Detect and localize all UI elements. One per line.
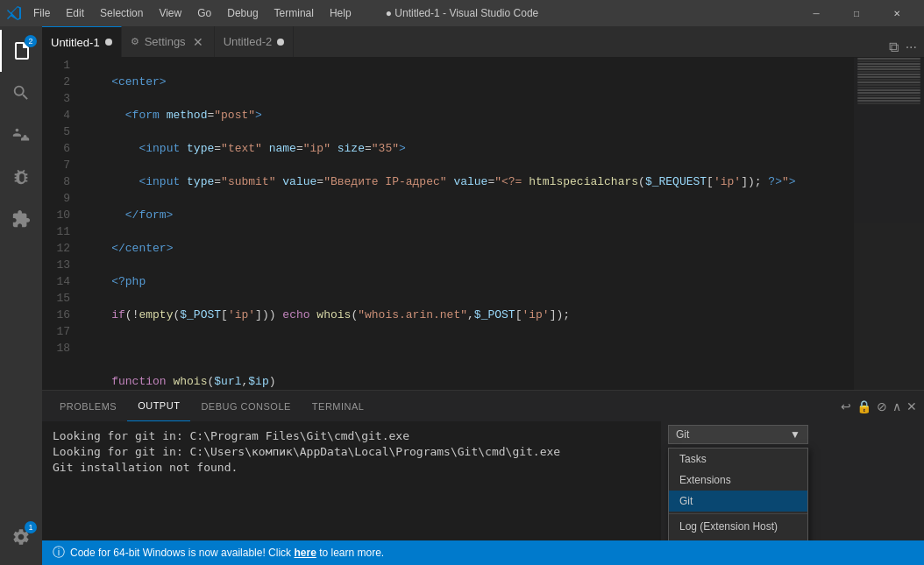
minimap [854,57,924,390]
activity-item-search[interactable] [0,72,42,114]
terminal-dropdown-wrapper: Git ▼ Tasks Extensions Git Log (Extensio… [661,421,924,448]
panel: PROBLEMS OUTPUT DEBUG CONSOLE TERMINAL ↩… [42,390,924,565]
menu-debug[interactable]: Debug [220,4,265,23]
info-icon: ⓘ [53,545,65,561]
output-line-2: Looking for git in: C:\Users\компик\AppD… [53,444,650,460]
panel-clear-icon[interactable]: ⊘ [877,399,887,413]
code-line-1: <center> [84,74,854,90]
code-line-10: function whois($url,$ip) [84,373,854,390]
terminal-selector-area: Git ▼ Tasks Extensions Git Log (Extensio… [661,421,924,540]
window-controls[interactable]: ─ □ ✕ [796,0,917,26]
title-bar-left: File Edit Selection View Go Debug Termin… [7,4,359,23]
dropdown-item-extensions[interactable]: Extensions [669,470,807,491]
menu-go[interactable]: Go [190,4,218,23]
panel-tab-debug[interactable]: DEBUG CONSOLE [190,391,301,421]
tab-bar: Untitled-1 ⚙ Settings ✕ Untitled-2 ⧉ ··· [42,26,924,57]
minimap-content [854,58,924,390]
code-content[interactable]: <center> <form method="post"> <input typ… [77,57,854,390]
code-line-8: if(!empty($_POST['ip'])) echo whois("who… [84,307,854,323]
tab-untitled2[interactable]: Untitled-2 [215,26,295,57]
activity-bottom: 1 [0,516,42,558]
window-title: ● Untitled-1 - Visual Studio Code [386,7,538,19]
dropdown-item-git[interactable]: Git [669,491,807,512]
dropdown-item-tasks[interactable]: Tasks [669,448,807,470]
panel-tabs: PROBLEMS OUTPUT DEBUG CONSOLE TERMINAL ↩… [42,391,924,421]
activity-bar: 2 1 [0,26,42,565]
tab-close-settings[interactable]: ✕ [191,35,205,49]
panel-wrap-icon[interactable]: ↩ [841,399,851,413]
settings-badge: 1 [25,521,37,533]
dropdown-item-log-ext[interactable]: Log (Extension Host) [669,516,807,537]
menu-help[interactable]: Help [323,4,359,23]
activity-item-settings[interactable]: 1 [0,516,42,558]
info-link[interactable]: here [294,547,316,559]
dropdown-item-log-main[interactable]: Log (Main) [669,537,807,540]
menu-edit[interactable]: Edit [59,4,91,23]
info-message: Code for 64-bit Windows is now available… [70,547,291,559]
vscode-icon [7,6,21,20]
activity-item-explorer[interactable]: 2 [0,30,42,72]
tab-modified-dot2 [277,39,284,46]
info-suffix: to learn more. [319,547,384,559]
explorer-badge: 2 [25,35,37,47]
output-line-1: Looking for git in: C:\Program Files\Git… [53,428,650,444]
code-line-3: <input type="text" name="ip" size="35"> [84,140,854,157]
activity-item-sourcecontrol[interactable] [0,114,42,156]
menu-view[interactable]: View [152,4,188,23]
panel-lock-icon[interactable]: 🔒 [856,399,871,413]
tab-settings[interactable]: ⚙ Settings ✕ [122,26,215,57]
code-line-4: <input type="submit" value="Введите IP-а… [84,173,854,190]
terminal-dropdown-label: Git [676,428,689,441]
close-button[interactable]: ✕ [877,0,917,26]
code-line-7: <?php [84,273,854,290]
dropdown-divider [669,513,807,514]
title-bar-menu[interactable]: File Edit Selection View Go Debug Termin… [26,4,359,23]
panel-actions: ↩ 🔒 ⊘ ∧ ✕ [841,399,917,413]
tab-modified-dot [105,39,112,46]
code-line-2: <form method="post"> [84,107,854,124]
panel-tab-problems[interactable]: PROBLEMS [49,391,127,421]
more-actions-icon[interactable]: ··· [904,38,919,57]
menu-selection[interactable]: Selection [93,4,150,23]
activity-item-debug[interactable] [0,156,42,198]
info-bar: ⓘ Code for 64-bit Windows is now availab… [42,540,924,565]
terminal-dropdown-button[interactable]: Git ▼ [668,425,808,444]
title-bar: File Edit Selection View Go Debug Termin… [0,0,924,26]
menu-terminal[interactable]: Terminal [267,4,321,23]
tab-icon-settings: ⚙ [131,36,139,47]
code-line-5: </form> [84,207,854,223]
tab-label-untitled1: Untitled-1 [51,36,100,49]
menu-file[interactable]: File [26,4,57,23]
minimize-button[interactable]: ─ [796,0,836,26]
tab-untitled1[interactable]: Untitled-1 [42,26,122,57]
output-line-3: Git installation not found. [53,460,650,476]
output-area[interactable]: Looking for git in: C:\Program Files\Git… [42,421,661,540]
panel-close-icon[interactable]: ✕ [906,399,917,413]
split-editor-icon[interactable]: ⧉ [887,38,900,57]
panel-tab-output[interactable]: OUTPUT [127,391,190,421]
editor-area: 1 2 3 4 5 6 7 8 9 10 11 12 13 14 15 16 1 [42,57,924,390]
tab-label-untitled2: Untitled-2 [224,35,273,48]
tab-bar-actions: ⧉ ··· [882,38,924,57]
code-line-9 [84,340,854,357]
panel-body: Looking for git in: C:\Program Files\Git… [42,421,924,540]
panel-tab-terminal[interactable]: TERMINAL [302,391,375,421]
tab-label-settings: Settings [145,35,186,48]
app-layout: 2 1 Untitled-1 ⚙ [0,26,924,565]
code-line-6: </center> [84,240,854,257]
terminal-dropdown-menu: Tasks Extensions Git Log (Extension Host… [668,448,808,540]
code-editor[interactable]: 1 2 3 4 5 6 7 8 9 10 11 12 13 14 15 16 1 [42,57,854,390]
main-content: Untitled-1 ⚙ Settings ✕ Untitled-2 ⧉ ···… [42,26,924,565]
panel-collapse-icon[interactable]: ∧ [892,399,901,413]
dropdown-arrow-icon: ▼ [790,428,800,441]
maximize-button[interactable]: □ [836,0,877,26]
activity-item-extensions[interactable] [0,198,42,240]
line-numbers: 1 2 3 4 5 6 7 8 9 10 11 12 13 14 15 16 1 [42,57,77,390]
